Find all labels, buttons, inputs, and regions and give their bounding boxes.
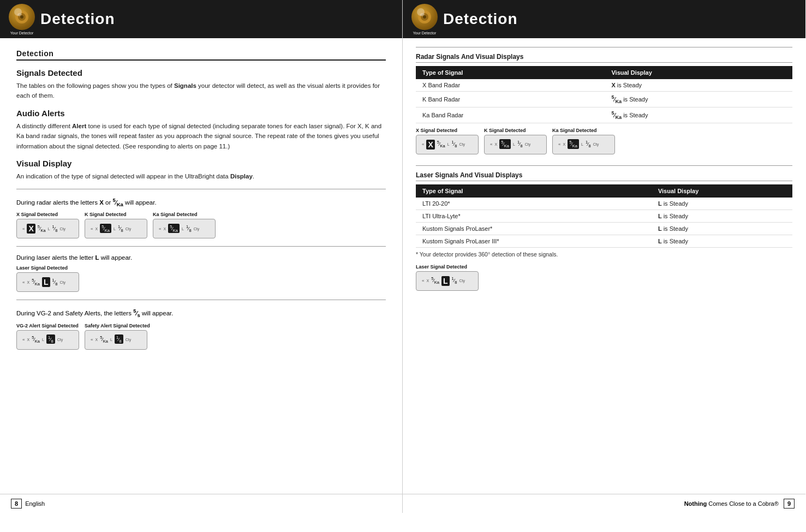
l-letter-laser: L	[42, 277, 50, 287]
l-sm-vg2: L	[42, 338, 44, 342]
x-sm-vg2: X	[27, 338, 29, 342]
r-k-signal-box: « X 5⁄Ka L 1⁄8 Cty	[484, 135, 547, 154]
vg2-signal-box: « X 5⁄Ka L 1⁄8 Cty	[16, 330, 79, 350]
logo-wrapper-left: Your Detector	[9, 4, 35, 35]
r-dot-x: «	[422, 142, 424, 147]
r-l-letter-laser: L	[441, 276, 450, 286]
laser-col-type: Type of Signal	[416, 184, 652, 198]
svg-point-3	[20, 15, 23, 19]
safety-signal-group: Safety Alert Signal Detected « X 5⁄Ka L …	[85, 323, 150, 350]
vs-frac-safety: 1⁄8	[115, 334, 123, 344]
k-signal-label: K Signal Detected	[85, 212, 127, 217]
dot-vg2: «	[22, 337, 25, 342]
right-page-title: Detection	[443, 10, 518, 28]
radar-during-text: During radar alerts the letters X or 5⁄K…	[16, 197, 386, 207]
cobra-text: Comes Close to a Cobra®	[708, 500, 779, 507]
left-page-title: Detection	[40, 10, 115, 28]
r-cty-laser: Cty	[459, 279, 465, 283]
laser-signal-row: Laser Signal Detected « X 5⁄Ka L 1⁄8 Cty	[16, 265, 386, 292]
radar-row-1-display: X is Steady	[605, 79, 792, 92]
x-letter: X	[27, 224, 35, 234]
radar-row-2-type: K Band Radar	[416, 92, 605, 107]
left-footer-content: 8 English	[11, 499, 45, 509]
vg2-signal-row: VG-2 Alert Signal Detected « X 5⁄Ka L 1⁄…	[16, 323, 386, 350]
radar-sub-signal-row: X Signal Detected « X 5⁄Ka L 1⁄8 Cty K S…	[416, 128, 792, 154]
ka-frac-vg2: 5⁄Ka	[32, 335, 40, 344]
laser-row-2-display: L is Steady	[652, 210, 792, 222]
logo-wrapper-right: Your Detector	[411, 4, 438, 35]
radar-col-display: Visual Display	[605, 66, 792, 79]
cty-vg2: Cty	[57, 338, 63, 342]
r-vs-k: 1⁄8	[517, 140, 523, 148]
visual-display-text: An indication of the type of signal dete…	[16, 171, 386, 181]
r-dot-ka: «	[558, 142, 560, 147]
r-ka-signal-group: Ka Signal Detected « X 5⁄Ka L 1⁄8 Cty	[552, 128, 615, 154]
ka-signal-label: Ka Signal Detected	[153, 212, 198, 217]
signals-detected-text: The tables on the following pages show y…	[16, 81, 386, 101]
r-laser-signal-group: Laser Signal Detected « X 5⁄Ka L 1⁄8 Cty	[416, 264, 479, 291]
radar-signal-row: X Signal Detected « X 5⁄Ka L 1⁄8 Cty K S…	[16, 212, 386, 238]
vs-frac-vg2: 1⁄8	[46, 334, 55, 344]
radar-row-1-type: X Band Radar	[416, 79, 605, 92]
r-ka-signal-label: Ka Signal Detected	[552, 128, 597, 133]
laser-row-3-type: Kustom Signals ProLaser*	[416, 222, 652, 235]
cty-safety: Cty	[126, 338, 132, 342]
r-x-signal-box: « X 5⁄Ka L 1⁄8 Cty	[416, 135, 479, 154]
table-row: X Band Radar X is Steady	[416, 79, 792, 92]
x-sm-laser: X	[27, 280, 29, 284]
r-vs-ka: 1⁄8	[586, 140, 591, 148]
x-signal-group: X Signal Detected « X 5⁄Ka L 1⁄8 Cty	[16, 212, 79, 238]
radar-table-header-row: Type of Signal Visual Display	[416, 66, 792, 79]
r-l-sm-x: L	[447, 142, 450, 146]
r-l-sm-ka: L	[581, 142, 583, 146]
dot-laser: «	[22, 280, 25, 285]
radar-table: Type of Signal Visual Display X Band Rad…	[416, 66, 792, 123]
right-page-number: 9	[784, 499, 795, 509]
x-signal-label: X Signal Detected	[16, 212, 58, 217]
cty-k: Cty	[126, 227, 132, 231]
divider-1	[16, 189, 386, 189]
r-cty-k: Cty	[525, 142, 531, 146]
laser-table-header-row: Type of Signal Visual Display	[416, 184, 792, 198]
laser-row-3-display: L is Steady	[652, 222, 792, 235]
k-signal-group: K Signal Detected « X 5⁄Ka L 1⁄8 Cty	[85, 212, 147, 238]
cty-ka: Cty	[194, 227, 200, 231]
visual-display-title: Visual Display	[16, 159, 386, 168]
laser-signal-group: Laser Signal Detected « X 5⁄Ka L 1⁄8 Cty	[16, 265, 79, 292]
k-signal-box: « X 5⁄Ka L 1⁄8 Cty	[85, 219, 147, 238]
radar-col-type: Type of Signal	[416, 66, 605, 79]
detector-label-left: Your Detector	[10, 31, 34, 35]
left-header: Your Detector Detection	[0, 0, 402, 38]
detector-label-right: Your Detector	[413, 31, 437, 35]
dot-safety: «	[91, 337, 93, 342]
r-x-sm-k: X	[494, 142, 497, 146]
radar-row-3-type: Ka Band Radar	[416, 107, 605, 123]
x-signal-box: « X 5⁄Ka L 1⁄8 Cty	[16, 219, 79, 238]
radar-row-3-display: 5⁄Ka is Steady	[605, 107, 792, 123]
r-vs-x: 1⁄8	[452, 140, 457, 148]
radar-row-2-display: 5⁄Ka is Steady	[605, 92, 792, 107]
laser-col-display: Visual Display	[652, 184, 792, 198]
right-footer-content: Nothing Comes Close to a Cobra® 9	[684, 499, 795, 509]
r-dot-k: «	[490, 142, 492, 147]
ka-frac-k: 5⁄Ka	[100, 224, 111, 234]
ka-signal-group: Ka Signal Detected « X 5⁄Ka L 1⁄8 Cty	[153, 212, 216, 238]
r-k-signal-group: K Signal Detected « X 5⁄Ka L 1⁄8 Cty	[484, 128, 547, 154]
svg-point-7	[423, 15, 426, 19]
left-content: Detection Signals Detected The tables on…	[0, 38, 402, 365]
detector-logo-left	[9, 4, 35, 30]
laser-note: * Your detector provides 360° detection …	[416, 251, 792, 258]
r-x-sm-laser: X	[426, 279, 429, 283]
r-cty-x: Cty	[459, 142, 465, 146]
table-row: Kustom Signals ProLaser III* L is Steady	[416, 235, 792, 247]
right-header: Your Detector Detection	[403, 0, 805, 38]
laser-row-4-type: Kustom Signals ProLaser III*	[416, 235, 652, 247]
vs-frac-laser: 1⁄8	[52, 278, 58, 286]
ka-frac-ka: 5⁄Ka	[168, 224, 180, 234]
dot-k: «	[91, 226, 93, 231]
laser-row-1-type: LTI 20-20*	[416, 198, 652, 210]
r-ka-frac-laser: 5⁄Ka	[431, 276, 439, 285]
l-sm-safety: L	[110, 338, 112, 342]
ka-frac-safety: 5⁄Ka	[100, 335, 108, 344]
r-ka-frac-k: 5⁄Ka	[499, 139, 511, 149]
